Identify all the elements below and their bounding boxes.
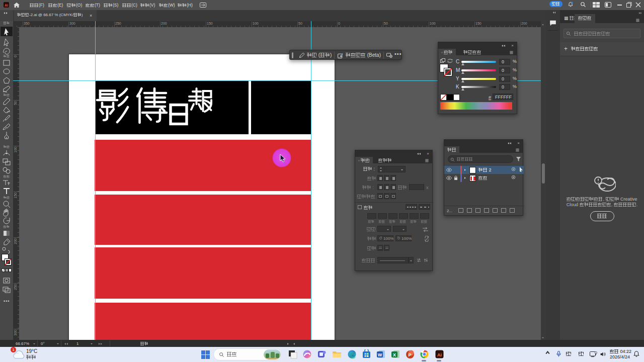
svg-text:Ai: Ai bbox=[5, 4, 8, 7]
svg-text:Ai: Ai bbox=[437, 352, 442, 357]
svg-text:X: X bbox=[393, 352, 396, 357]
svg-text:W: W bbox=[378, 352, 382, 357]
svg-text:P: P bbox=[408, 352, 411, 357]
